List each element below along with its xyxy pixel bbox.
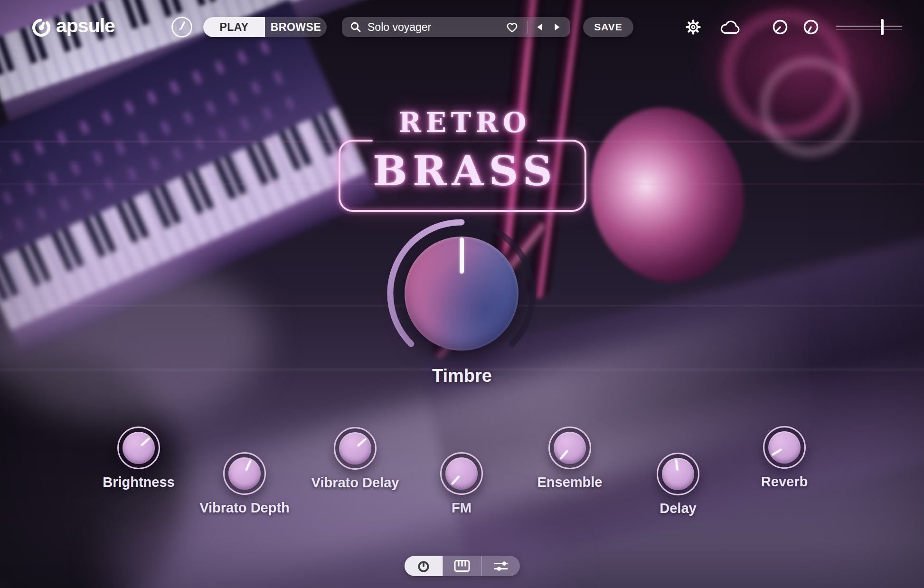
piano-icon [454, 560, 470, 572]
top-bar: apsule PLAY BROWSE Solo voyager [0, 0, 924, 588]
view-controls-segment[interactable] [405, 556, 443, 576]
search-icon [349, 21, 362, 33]
tab-play[interactable]: PLAY [203, 17, 265, 37]
volume-handle[interactable] [881, 19, 884, 35]
view-keyboard-segment[interactable] [443, 556, 481, 576]
volume-track-shadow [836, 29, 902, 30]
next-preset-button[interactable] [548, 19, 566, 36]
volume-slider[interactable] [836, 19, 902, 35]
capsule-knob-icon [29, 15, 53, 38]
power-knob-icon [417, 560, 430, 573]
preset-name: Solo voyager [368, 21, 431, 34]
knob-small-icon-2[interactable] [802, 19, 820, 36]
pencil-icon[interactable] [171, 16, 193, 38]
save-button[interactable]: SAVE [583, 17, 633, 37]
knob-small-icon-1[interactable] [772, 19, 789, 36]
capsule-plugin-window: apsule PLAY BROWSE Solo voyager [0, 0, 924, 588]
logo-wordmark: apsule [56, 16, 115, 38]
divider [527, 21, 528, 33]
capsule-logo: apsule [29, 15, 115, 38]
heart-icon[interactable] [504, 19, 520, 35]
view-toolbar [405, 556, 520, 576]
view-mixer-segment[interactable] [481, 556, 520, 576]
gear-icon[interactable] [684, 18, 703, 37]
preset-bar[interactable]: Solo voyager [342, 17, 570, 37]
sliders-icon [493, 560, 509, 572]
cloud-icon[interactable] [718, 19, 743, 37]
volume-track[interactable] [836, 26, 902, 27]
play-browse-switch: PLAY BROWSE [203, 17, 327, 37]
prev-preset-button[interactable] [531, 19, 548, 36]
tab-browse[interactable]: BROWSE [265, 17, 327, 37]
